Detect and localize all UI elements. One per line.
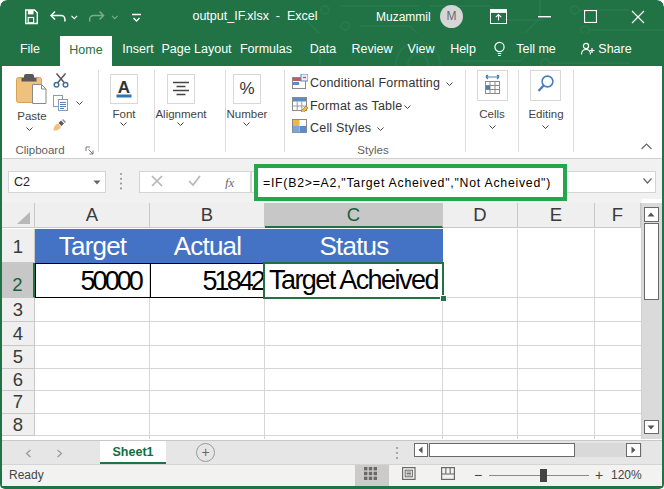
svg-text:A: A (118, 78, 130, 97)
svg-text:%: % (239, 79, 254, 98)
svg-text:fx: fx (225, 175, 235, 189)
